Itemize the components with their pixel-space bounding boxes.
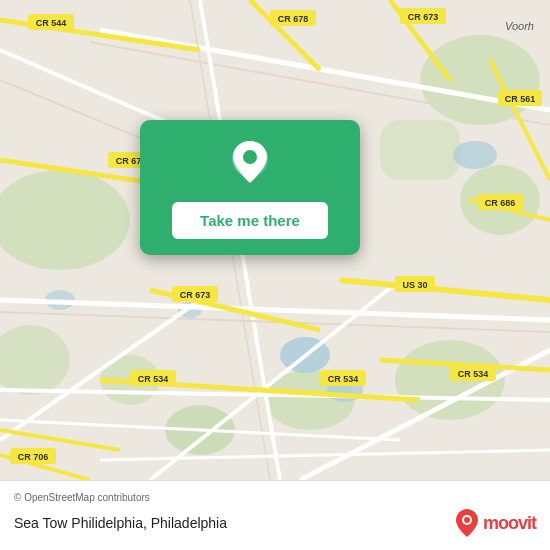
svg-text:CR 534: CR 534 xyxy=(138,374,169,384)
moovit-logo: moovit xyxy=(453,507,536,539)
location-popup: Take me there xyxy=(140,120,360,255)
destination-info: Sea Tow Philidelphia, Philadelphia moovi… xyxy=(14,507,536,539)
take-me-there-button[interactable]: Take me there xyxy=(172,202,328,239)
svg-point-68 xyxy=(243,150,257,164)
svg-text:CR 561: CR 561 xyxy=(505,94,536,104)
map-view[interactable]: CR 544 CR 678 CR 673 CR 677 CR 673 CR 53… xyxy=(0,0,550,480)
svg-text:CR 673: CR 673 xyxy=(408,12,439,22)
map-attribution: © OpenStreetMap contributors xyxy=(14,492,536,503)
svg-text:Voorh: Voorh xyxy=(505,20,534,32)
svg-text:CR 678: CR 678 xyxy=(278,14,309,24)
svg-text:CR 673: CR 673 xyxy=(180,290,211,300)
svg-text:CR 706: CR 706 xyxy=(18,452,49,462)
svg-point-12 xyxy=(453,141,497,169)
svg-rect-9 xyxy=(380,120,460,180)
moovit-logo-area: moovit xyxy=(235,507,536,539)
svg-text:CR 534: CR 534 xyxy=(328,374,359,384)
bottom-bar: © OpenStreetMap contributors Sea Tow Phi… xyxy=(0,480,550,550)
svg-text:CR 534: CR 534 xyxy=(458,369,489,379)
moovit-text: moovit xyxy=(483,513,536,534)
svg-text:US 30: US 30 xyxy=(402,280,427,290)
svg-text:CR 544: CR 544 xyxy=(36,18,67,28)
destination-name: Sea Tow Philidelphia, Philadelphia xyxy=(14,515,227,531)
moovit-pin-icon xyxy=(453,507,481,539)
svg-text:CR 686: CR 686 xyxy=(485,198,516,208)
location-icon-wrapper xyxy=(225,138,275,188)
svg-point-70 xyxy=(464,517,470,523)
location-pin-icon xyxy=(227,137,273,189)
